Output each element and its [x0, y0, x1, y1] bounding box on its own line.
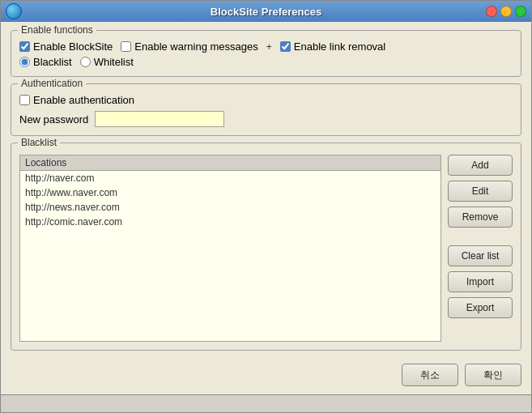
list-item[interactable]: http://www.naver.com	[20, 185, 440, 200]
blacklist-list[interactable]: Locations http://naver.com http://www.na…	[19, 155, 441, 342]
list-item[interactable]: http://naver.com	[20, 171, 440, 185]
list-buttons: Add Edit Remove Clear list Import Export	[448, 155, 513, 342]
enable-link-removal-label: Enable link removal	[294, 40, 385, 53]
whitelist-radio-item: Whitelist	[80, 56, 134, 68]
blacklist-radio-label: Blacklist	[33, 56, 72, 68]
enable-warning-label: Enable warning messages	[134, 40, 257, 53]
enable-blocksite-checkbox[interactable]	[19, 41, 30, 52]
blacklist-radio[interactable]	[19, 57, 30, 67]
password-label: New password	[19, 113, 88, 126]
ok-button[interactable]: 확인	[465, 364, 521, 386]
close-button[interactable]	[486, 6, 497, 17]
maximize-button[interactable]	[515, 6, 526, 17]
enable-blocksite-label: Enable BlockSite	[33, 40, 113, 53]
enable-blocksite-item: Enable BlockSite	[19, 40, 113, 53]
enable-functions-row1: Enable BlockSite Enable warning messages…	[19, 40, 513, 53]
auth-row1: Enable authentication	[19, 94, 513, 106]
enable-auth-checkbox[interactable]	[19, 95, 30, 105]
list-item[interactable]: http://news.naver.com	[20, 200, 440, 215]
plus-symbol: +	[266, 41, 272, 53]
title-bar: BlockSite Preferences	[1, 1, 531, 22]
blacklist-section: Blacklist Locations http://naver.com htt…	[11, 143, 521, 351]
enable-functions-row2: Blacklist Whitelist	[19, 56, 513, 68]
add-button[interactable]: Add	[448, 155, 513, 176]
auth-password-row: New password	[19, 111, 513, 127]
whitelist-radio[interactable]	[80, 57, 91, 67]
edit-button[interactable]: Edit	[448, 181, 513, 202]
minimize-button[interactable]	[500, 6, 512, 17]
enable-link-removal-item: Enable link removal	[280, 40, 385, 53]
enable-auth-label: Enable authentication	[33, 94, 134, 106]
authentication-section: Authentication Enable authentication New…	[11, 83, 521, 136]
enable-auth-item: Enable authentication	[19, 94, 134, 106]
export-button[interactable]: Export	[448, 297, 513, 318]
window-title: BlockSite Preferences	[211, 6, 321, 18]
title-bar-left	[6, 3, 22, 19]
blacklist-radio-item: Blacklist	[19, 56, 72, 68]
globe-icon	[6, 3, 22, 19]
enable-warning-checkbox[interactable]	[121, 41, 131, 52]
clear-list-button[interactable]: Clear list	[448, 245, 513, 266]
enable-functions-title: Enable functions	[18, 24, 96, 36]
main-window: BlockSite Preferences Enable functions E…	[0, 0, 532, 413]
import-button[interactable]: Import	[448, 271, 513, 292]
list-item[interactable]: http://comic.naver.com	[20, 215, 440, 229]
enable-functions-section: Enable functions Enable BlockSite Enable…	[11, 30, 521, 77]
blacklist-inner: Locations http://naver.com http://www.na…	[19, 155, 513, 342]
taskbar	[1, 394, 531, 412]
window-content: Enable functions Enable BlockSite Enable…	[1, 22, 531, 359]
remove-button[interactable]: Remove	[448, 206, 513, 228]
bottom-bar: 취소 확인	[1, 359, 531, 394]
blacklist-title: Blacklist	[18, 137, 60, 148]
password-input[interactable]	[95, 111, 224, 127]
authentication-title: Authentication	[18, 78, 86, 89]
list-header: Locations	[20, 155, 440, 171]
cancel-button[interactable]: 취소	[402, 364, 458, 386]
enable-warning-item: Enable warning messages	[121, 40, 257, 53]
whitelist-radio-label: Whitelist	[94, 56, 134, 68]
enable-link-removal-checkbox[interactable]	[280, 41, 291, 52]
spacer	[448, 232, 513, 241]
title-bar-buttons	[486, 6, 526, 17]
